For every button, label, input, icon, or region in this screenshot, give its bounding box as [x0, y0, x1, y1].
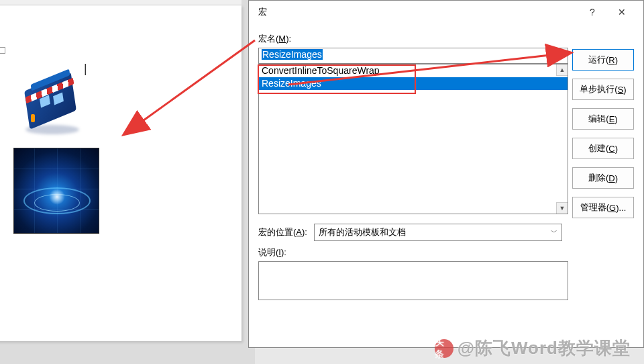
delete-button[interactable]: 删除(D) — [572, 167, 634, 189]
step-into-button[interactable]: 单步执行(S) — [572, 79, 634, 100]
macro-location-select[interactable]: 所有的活动模板和文档 ﹀ — [314, 224, 562, 241]
dialog-titlebar: 宏 ? ✕ — [249, 1, 643, 24]
description-label: 说明(I): — [258, 246, 634, 259]
macro-dialog: 宏 ? ✕ 宏名(M): ResizeImages ConvertInlineT… — [248, 0, 644, 348]
macro-location-value: 所有的活动模板和文档 — [319, 226, 406, 238]
description-box[interactable] — [258, 261, 568, 300]
macro-name-label: 宏名(M): — [258, 33, 634, 45]
macro-name-input[interactable]: ResizeImages — [258, 48, 568, 64]
list-item[interactable]: ConvertInlineToSquareWrap — [259, 64, 568, 77]
paragraph-marker — [0, 47, 5, 54]
chevron-down-icon: ﹀ — [551, 228, 557, 237]
macro-list[interactable]: ConvertInlineToSquareWrap ResizeImages ▲… — [258, 64, 568, 214]
scroll-up-icon[interactable]: ▲ — [556, 64, 568, 76]
watermark-logo: 头条 — [435, 339, 453, 358]
create-button[interactable]: 创建(C) — [572, 138, 634, 159]
watermark-text: @陈飞Word教学课堂 — [458, 336, 631, 360]
word-page[interactable]: | — [0, 5, 241, 341]
watermark: 头条 @陈飞Word教学课堂 — [435, 336, 631, 360]
ruler — [0, 0, 241, 5]
macro-location-label: 宏的位置(A): — [258, 226, 307, 238]
edit-button[interactable]: 编辑(E) — [572, 108, 634, 130]
dialog-title: 宏 — [256, 6, 578, 18]
list-item[interactable]: ResizeImages — [259, 77, 568, 90]
document-background: | — [0, 0, 255, 364]
organizer-button[interactable]: 管理器(G)... — [572, 197, 634, 218]
scroll-down-icon[interactable]: ▼ — [556, 202, 568, 214]
help-button[interactable]: ? — [578, 2, 607, 22]
close-button[interactable]: ✕ — [607, 2, 637, 22]
inline-image-tech[interactable] — [13, 148, 99, 234]
button-column: 运行(R) 单步执行(S) 编辑(E) 创建(C) 删除(D) 管理器(G)..… — [572, 49, 634, 218]
run-button[interactable]: 运行(R) — [572, 49, 634, 71]
inline-image-store[interactable] — [13, 67, 87, 134]
